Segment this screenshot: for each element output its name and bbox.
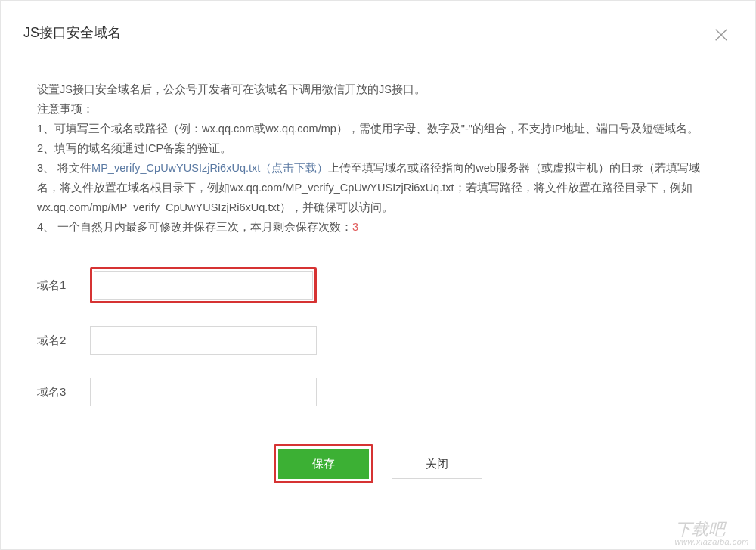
close-dialog-button[interactable]: 关闭 [392,449,482,479]
domain-row-2: 域名2 [37,326,719,355]
description-block: 设置JS接口安全域名后，公众号开发者可在该域名下调用微信开放的JS接口。 注意事… [37,79,719,237]
domain-form: 域名1 域名2 域名3 [37,267,719,406]
desc-notice-label: 注意事项： [37,99,719,119]
domain-label-3: 域名3 [37,385,90,399]
dialog-header: JS接口安全域名 [1,1,755,49]
desc-item-4-prefix: 4、 一个自然月内最多可修改并保存三次，本月剩余保存次数： [37,221,352,233]
verify-file-download-link[interactable]: MP_verify_CpUwYUSIzjRi6xUq.txt（点击下载） [91,162,328,174]
domain-label-2: 域名2 [37,334,90,348]
save-button-highlight: 保存 [274,444,373,483]
domain-input-wrap-2 [90,326,317,355]
domain-row-1: 域名1 [37,267,719,303]
desc-intro: 设置JS接口安全域名后，公众号开发者可在该域名下调用微信开放的JS接口。 [37,79,719,99]
desc-item-1: 1、可填写三个域名或路径（例：wx.qq.com或wx.qq.com/mp），需… [37,119,719,138]
watermark: 下载吧 www.xiazaiba.com [669,518,755,549]
watermark-url: www.xiazaiba.com [675,538,749,546]
remaining-save-count: 3 [352,221,358,233]
domain-input-wrap-1 [90,267,317,303]
close-button[interactable] [710,23,733,49]
button-row: 保存 关闭 [37,444,719,483]
dialog-body: 设置JS接口安全域名后，公众号开发者可在该域名下调用微信开放的JS接口。 注意事… [1,49,755,499]
domain-input-1[interactable] [94,271,313,300]
desc-item-4: 4、 一个自然月内最多可修改并保存三次，本月剩余保存次数：3 [37,217,719,237]
domain-input-2[interactable] [90,326,317,355]
domain-row-3: 域名3 [37,378,719,406]
domain-input-3[interactable] [90,378,317,406]
domain-label-1: 域名1 [37,278,90,293]
dialog-container: JS接口安全域名 设置JS接口安全域名后，公众号开发者可在该域名下调用微信开放的… [0,0,756,550]
domain-input-wrap-3 [90,378,317,406]
desc-item-2: 2、填写的域名须通过ICP备案的验证。 [37,138,719,158]
desc-item-3: 3、 将文件MP_verify_CpUwYUSIzjRi6xUq.txt（点击下… [37,158,719,217]
close-icon [713,26,730,43]
dialog-title: JS接口安全域名 [23,23,121,42]
desc-item-3-prefix: 3、 将文件 [37,162,91,174]
save-button[interactable]: 保存 [278,449,369,479]
watermark-text: 下载吧 [675,520,725,539]
